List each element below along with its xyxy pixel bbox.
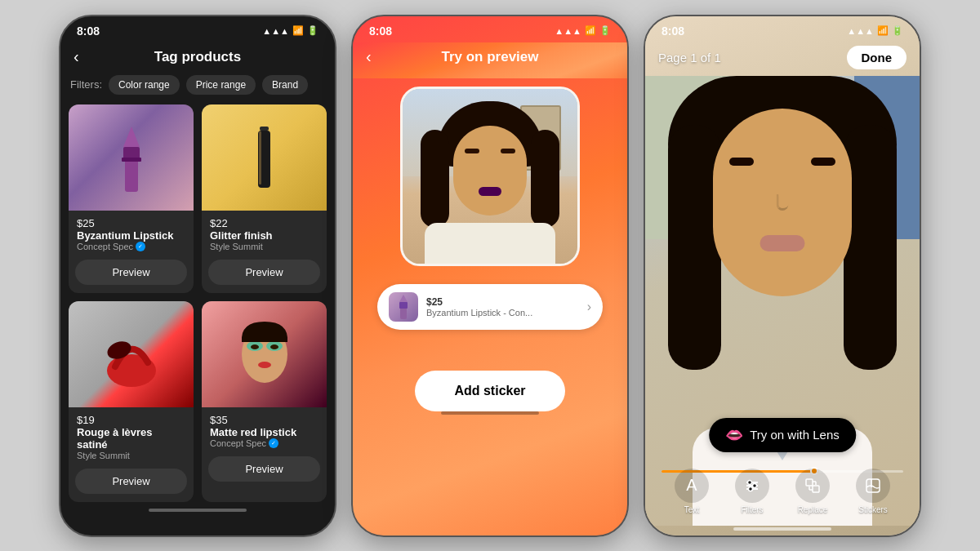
time-2: 8:08 (369, 24, 392, 38)
eye-right (501, 149, 515, 153)
back-button-2[interactable]: ‹ (366, 47, 372, 66)
product-image-3 (202, 301, 327, 407)
home-indicator-3 (733, 527, 831, 531)
product-info-1: $22 Glitter finish Style Summit (202, 211, 327, 255)
rouge-icon (99, 318, 164, 391)
product-price-2: $19 (77, 414, 185, 426)
svg-point-20 (753, 483, 757, 487)
filter-chip-price[interactable]: Price range (186, 75, 256, 95)
home-indicator-1 (149, 509, 247, 512)
text-icon: A (675, 469, 709, 503)
filter-chip-color[interactable]: Color range (109, 75, 180, 95)
page-title-1: Tag products (74, 49, 322, 65)
filter-chip-brand[interactable]: Brand (262, 75, 308, 95)
replace-svg-icon (804, 478, 821, 494)
face-region (660, 76, 905, 526)
svg-rect-3 (260, 127, 269, 131)
toolbar-item-text[interactable]: A Text (675, 469, 709, 514)
status-icons-1: ▲▲▲ 📶 🔋 (262, 25, 318, 36)
products-grid: $25 Byzantium Lipstick Concept Spec ✓ Pr… (60, 104, 335, 502)
toolbar-item-filters[interactable]: Filters (735, 469, 769, 514)
svg-rect-22 (806, 479, 813, 486)
product-card-0: $25 Byzantium Lipstick Concept Spec ✓ Pr… (69, 104, 194, 293)
time-1: 8:08 (77, 24, 100, 38)
phone-container: 8:08 ▲▲▲ 📶 🔋 ‹ Tag products Filters: Col… (59, 15, 921, 537)
preview-button-0[interactable]: Preview (75, 260, 187, 285)
toolbar-item-replace[interactable]: Replace (795, 469, 830, 514)
product-image-1 (202, 104, 327, 211)
product-price-1: $22 (210, 217, 318, 229)
filters-row: Filters: Color range Price range Brand (60, 75, 335, 104)
big-eye-left (729, 158, 754, 166)
portrait-container (353, 78, 627, 274)
battery-icon-1: 🔋 (307, 25, 318, 36)
lips (479, 187, 501, 196)
product-price-3: $35 (210, 414, 318, 426)
phone-tag-products: 8:08 ▲▲▲ 📶 🔋 ‹ Tag products Filters: Col… (59, 15, 336, 537)
big-hair-left (668, 125, 721, 370)
product-image-2 (69, 301, 194, 407)
nose (777, 194, 789, 211)
status-bar-2: 8:08 ▲▲▲ 📶 🔋 (353, 16, 627, 42)
status-bar-1: 8:08 ▲▲▲ 📶 🔋 (60, 16, 335, 42)
filters-icon (735, 469, 769, 503)
status-bar-3: 8:08 ▲▲▲ 📶 🔋 (645, 16, 920, 42)
wifi-icon-1: 📶 (292, 25, 304, 36)
add-sticker-button[interactable]: Add sticker (415, 371, 564, 411)
preview-button-1[interactable]: Preview (208, 260, 320, 285)
preview-portrait (400, 87, 580, 266)
preview-button-3[interactable]: Preview (208, 456, 320, 482)
back-button-1[interactable]: ‹ (74, 47, 79, 66)
lips-icon: 👄 (725, 426, 743, 444)
header-1: ‹ Tag products (60, 42, 335, 75)
filters-svg-icon (744, 478, 760, 494)
verified-badge-3: ✓ (269, 438, 278, 448)
big-lips (760, 235, 805, 251)
phone-3-content: 8:08 ▲▲▲ 📶 🔋 Page 1 of 1 Done (645, 16, 920, 535)
svg-rect-5 (259, 131, 261, 184)
svg-rect-14 (400, 307, 407, 319)
wifi-icon-3: 📶 (877, 25, 889, 36)
done-button[interactable]: Done (847, 46, 907, 69)
product-brand-1: Style Summit (210, 242, 318, 251)
svg-point-11 (251, 344, 259, 349)
verified-badge-0: ✓ (136, 242, 145, 251)
camera-view: 👄 Try on with Lens A Text (645, 76, 920, 526)
product-info-2: $19 Rouge à lèvres satiné Style Summit (69, 407, 194, 464)
hair-left (421, 130, 449, 228)
big-face-skin (713, 109, 852, 296)
phone-try-on-lens: 8:08 ▲▲▲ 📶 🔋 Page 1 of 1 Done (644, 15, 921, 537)
svg-point-19 (748, 480, 752, 484)
svg-point-12 (270, 344, 278, 349)
hair-right (531, 130, 559, 228)
filters-label-btn: Filters (741, 505, 763, 514)
preview-button-2[interactable]: Preview (75, 469, 187, 494)
stickers-label: Stickers (858, 505, 888, 514)
svg-rect-2 (122, 158, 141, 162)
chevron-right-icon: › (587, 300, 591, 314)
product-card-1: $22 Glitter finish Style Summit Preview (202, 104, 327, 293)
product-name-0: Byzantium Lipstick (77, 229, 185, 242)
replace-label: Replace (798, 505, 828, 514)
page-title-2: Try on preview (366, 49, 614, 65)
battery-icon-3: 🔋 (892, 25, 903, 36)
product-brand-2: Style Summit (77, 451, 185, 460)
add-sticker-wrapper: Add sticker (353, 354, 627, 411)
wifi-icon-2: 📶 (585, 25, 596, 36)
svg-rect-15 (399, 302, 408, 309)
filters-label: Filters: (70, 78, 102, 91)
glitter-bottle-icon (250, 118, 278, 196)
try-on-lens-pill[interactable]: 👄 Try on with Lens (709, 418, 856, 452)
face (453, 126, 527, 216)
text-label: Text (684, 505, 699, 514)
toolbar-item-stickers[interactable]: Stickers (856, 469, 890, 514)
product-thumb-icon (394, 292, 413, 322)
status-icons-3: ▲▲▲ 📶 🔋 (847, 25, 903, 36)
product-brand-3: Concept Spec ✓ (210, 438, 318, 448)
svg-rect-23 (813, 486, 819, 492)
svg-point-13 (258, 362, 271, 368)
product-image-0 (69, 104, 194, 211)
product-tag-pill[interactable]: $25 Byzantium Lipstick - Con... › (377, 284, 603, 330)
bottom-toolbar: A Text (645, 462, 920, 518)
home-indicator-2 (441, 411, 539, 415)
